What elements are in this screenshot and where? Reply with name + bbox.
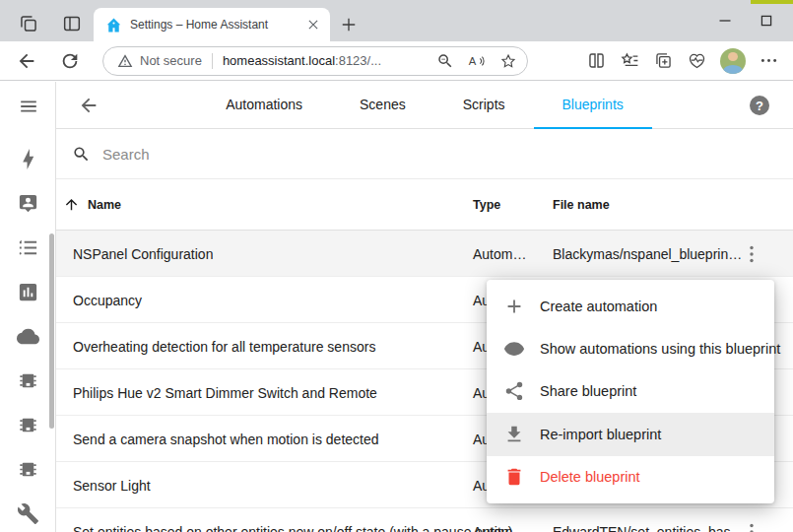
- titlebar-accent-strip: [751, 0, 793, 4]
- browser-toolbar: Not secure homeassistant.local :8123/...…: [0, 41, 793, 81]
- collections-icon[interactable]: [653, 50, 674, 71]
- table-header: Name Type File name: [56, 179, 793, 231]
- tab-blueprints[interactable]: Blueprints: [534, 82, 652, 129]
- help-button[interactable]: ?: [750, 96, 769, 115]
- not-secure-warning-icon[interactable]: [117, 53, 133, 69]
- sidebar-item-2-logbook-list-icon[interactable]: [0, 226, 55, 270]
- home-assistant-app: AutomationsScenesScriptsBlueprints ? Nam…: [0, 82, 793, 532]
- sidebar-item-5-chip-icon[interactable]: [0, 359, 55, 403]
- blueprint-name: NSPanel Configuration: [73, 231, 213, 277]
- column-header-type[interactable]: Type: [473, 198, 500, 212]
- download-icon: [503, 424, 525, 445]
- blueprint-name: Send a camera snapshot when motion is de…: [73, 416, 379, 462]
- sidebar-item-4-cloud-icon[interactable]: [0, 314, 55, 359]
- zoom-out-icon[interactable]: [436, 52, 454, 70]
- blueprint-type: Autom…: [473, 508, 526, 532]
- workspaces-icon[interactable]: [18, 13, 39, 34]
- row-overflow-menu-icon[interactable]: [740, 242, 763, 266]
- menu-hamburger-icon[interactable]: [17, 96, 40, 117]
- blueprint-file-name: EdwardTEN/set_entities_bas…: [553, 508, 745, 532]
- column-header-file-name[interactable]: File name: [553, 198, 610, 212]
- menu-item-create-automation[interactable]: Create automation: [487, 285, 774, 327]
- blueprint-name: Sensor Light: [73, 462, 151, 508]
- menu-item-label: Show automations using this blueprint: [540, 341, 780, 357]
- refresh-button[interactable]: [59, 50, 81, 72]
- row-overflow-menu-icon[interactable]: [740, 520, 763, 532]
- blueprint-name: Occupancy: [73, 277, 142, 323]
- profile-avatar[interactable]: [720, 48, 746, 74]
- read-aloud-icon[interactable]: A: [468, 52, 486, 70]
- tab-close-icon[interactable]: [304, 16, 322, 33]
- new-tab-button[interactable]: [339, 15, 359, 34]
- sidebar-item-8-wrench-icon[interactable]: [0, 492, 55, 532]
- address-bar[interactable]: Not secure homeassistant.local :8123/...…: [102, 46, 528, 76]
- sidebar-item-3-history-chart-icon[interactable]: [0, 270, 55, 314]
- vertical-tabs-icon[interactable]: [61, 13, 83, 34]
- ha-sidebar: [0, 82, 56, 532]
- sidebar-scrollbar[interactable]: [49, 233, 54, 429]
- table-row[interactable]: Set entities based on other entities new…: [56, 508, 793, 532]
- not-secure-label: Not secure: [140, 53, 202, 68]
- url-host: homeassistant.local: [223, 53, 335, 68]
- menu-item-delete-blueprint[interactable]: Delete blueprint: [487, 456, 774, 499]
- favorite-star-icon[interactable]: [499, 52, 517, 70]
- menu-item-show-automations-using-this-blueprint[interactable]: Show automations using this blueprint: [487, 327, 774, 369]
- menu-item-label: Delete blueprint: [540, 469, 640, 485]
- menu-item-re-import-blueprint[interactable]: Re-import blueprint: [487, 413, 774, 455]
- back-button[interactable]: [16, 50, 37, 72]
- split-screen-icon[interactable]: [586, 50, 607, 71]
- ha-header: AutomationsScenesScriptsBlueprints ?: [56, 82, 793, 129]
- ha-back-button[interactable]: [78, 95, 99, 116]
- browser-titlebar: Settings – Home Assistant: [0, 0, 793, 41]
- search-input[interactable]: [102, 146, 793, 163]
- tab-title: Settings – Home Assistant: [130, 18, 304, 32]
- blueprint-context-menu: Create automationShow automations using …: [487, 280, 774, 503]
- blueprint-name: Overheating detection for all temperatur…: [73, 323, 375, 369]
- browser-essentials-icon[interactable]: [687, 50, 707, 71]
- sidebar-item-1-account-badge-icon[interactable]: [0, 181, 55, 226]
- settings-more-icon[interactable]: [759, 50, 779, 71]
- menu-item-label: Create automation: [540, 299, 657, 314]
- browser-tab[interactable]: Settings – Home Assistant: [94, 8, 330, 41]
- address-divider: [212, 53, 213, 69]
- blueprint-name: Philips Hue v2 Smart Dimmer Switch and R…: [73, 369, 377, 416]
- home-assistant-favicon-icon: [105, 17, 122, 33]
- svg-text:A: A: [469, 54, 477, 66]
- table-row[interactable]: NSPanel ConfigurationAutom…Blackymas/nsp…: [56, 231, 793, 277]
- settings-tab-bar: AutomationsScenesScriptsBlueprints: [174, 82, 675, 129]
- blueprint-file-name: Blackymas/nspanel_blueprin…: [553, 231, 742, 277]
- sort-ascending-icon[interactable]: [63, 196, 80, 213]
- maximize-button[interactable]: [756, 10, 777, 32]
- search-row: [56, 129, 793, 179]
- menu-item-label: Re-import blueprint: [540, 427, 661, 442]
- tab-scripts[interactable]: Scripts: [434, 82, 534, 129]
- blueprint-type: Autom…: [473, 231, 526, 277]
- url-path: :8123/...: [335, 53, 381, 68]
- sidebar-item-0-flash-icon[interactable]: [0, 137, 55, 181]
- sidebar-item-6-chip-icon[interactable]: [0, 403, 55, 447]
- column-header-name[interactable]: Name: [88, 198, 121, 212]
- menu-item-share-blueprint[interactable]: Share blueprint: [487, 370, 774, 413]
- trash-icon: [503, 466, 525, 488]
- search-icon: [72, 145, 91, 164]
- favorites-icon[interactable]: [620, 50, 640, 71]
- minimize-button[interactable]: [714, 10, 736, 32]
- plus-icon: [503, 296, 525, 317]
- tab-scenes[interactable]: Scenes: [331, 82, 434, 129]
- eye-icon: [503, 338, 525, 360]
- sidebar-item-7-chip-icon[interactable]: [0, 447, 55, 492]
- tab-automations[interactable]: Automations: [197, 82, 331, 129]
- menu-item-label: Share blueprint: [540, 383, 636, 399]
- share-icon: [503, 380, 525, 402]
- blueprint-name: Set entities based on other entities new…: [73, 508, 512, 532]
